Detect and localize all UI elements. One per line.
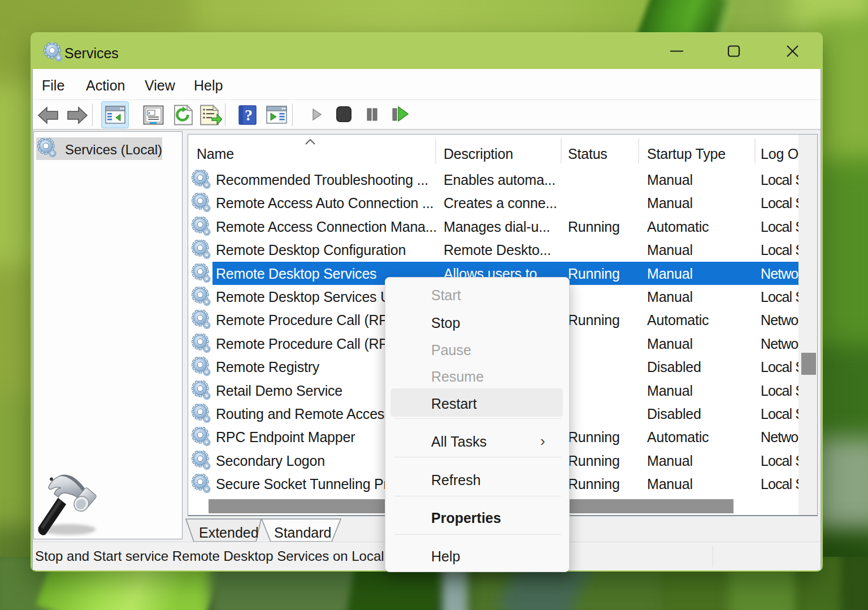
svg-text:?: ? <box>245 106 253 124</box>
